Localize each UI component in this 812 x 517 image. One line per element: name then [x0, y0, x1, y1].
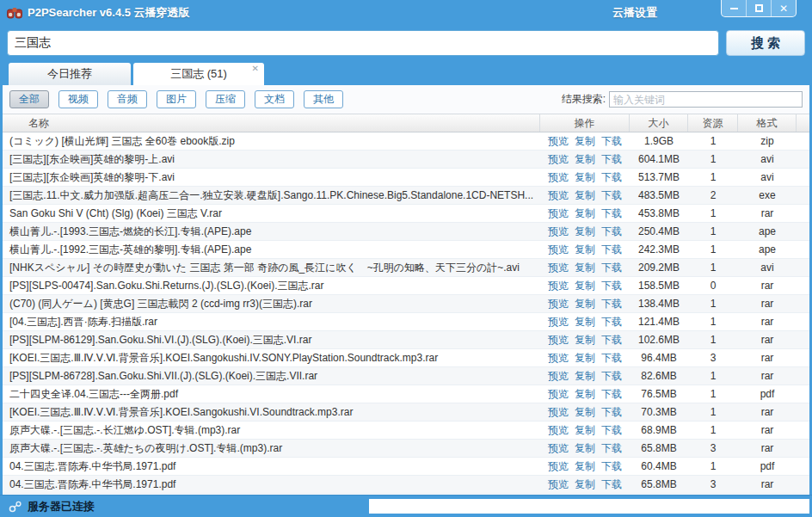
table-row[interactable]: (コミック) [横山光輝] 三国志 全60巻 ebook版.zip预览复制下载1…	[3, 132, 809, 151]
download-link[interactable]: 下载	[601, 152, 622, 167]
preview-link[interactable]: 预览	[548, 333, 569, 348]
preview-link[interactable]: 预览	[548, 441, 569, 456]
tab-close-icon[interactable]: ✕	[252, 65, 259, 73]
table-row[interactable]: 横山菁儿.-.[1992.三国志-英雄的黎明].专辑.(APE).ape预览复制…	[3, 241, 809, 259]
copy-link[interactable]: 复制	[575, 369, 595, 384]
maximize-button[interactable]	[746, 0, 771, 16]
download-link[interactable]: 下载	[601, 225, 622, 239]
preview-link[interactable]: 预览	[548, 477, 569, 492]
table-row[interactable]: 二十四史全译.04.三国志---全两册.pdf预览复制下载76.5MB1pdf	[3, 385, 809, 403]
download-link[interactable]: 下载	[601, 351, 622, 366]
download-link[interactable]: 下载	[601, 423, 622, 438]
filter-button-0[interactable]: 全部	[9, 90, 49, 108]
preview-link[interactable]: 预览	[548, 225, 569, 239]
download-link[interactable]: 下载	[601, 261, 622, 275]
download-link[interactable]: 下载	[601, 188, 622, 203]
copy-link[interactable]: 复制	[575, 188, 595, 203]
download-link[interactable]: 下载	[601, 441, 622, 456]
minimize-button[interactable]	[722, 0, 746, 16]
close-button[interactable]: ✕	[771, 0, 796, 16]
filter-button-6[interactable]: 其他	[304, 90, 343, 108]
preview-link[interactable]: 预览	[548, 387, 569, 402]
download-link[interactable]: 下载	[601, 279, 622, 293]
preview-link[interactable]: 预览	[548, 351, 569, 366]
copy-link[interactable]: 复制	[575, 279, 595, 293]
download-link[interactable]: 下载	[601, 369, 622, 384]
copy-link[interactable]: 复制	[575, 351, 595, 366]
table-row[interactable]: [三国志.11.中文.威力加强版.超高压二合一.独立安装.硬盘版].Sango.…	[3, 187, 809, 205]
cloud-settings-button[interactable]: 云播设置	[612, 5, 657, 21]
table-row[interactable]: [PS][SLPM-86728].San.Goku.Shi.VII.(J).(S…	[3, 367, 809, 385]
download-link[interactable]: 下载	[601, 315, 622, 329]
copy-link[interactable]: 复制	[575, 315, 595, 329]
preview-link[interactable]: 预览	[548, 188, 569, 203]
column-header-operation[interactable]: 操作	[540, 114, 630, 132]
preview-link[interactable]: 预览	[548, 206, 569, 221]
preview-link[interactable]: 预览	[548, 261, 569, 275]
download-link[interactable]: 下载	[601, 387, 622, 402]
copy-link[interactable]: 复制	[575, 297, 595, 311]
table-row[interactable]: 04.三国志.晋陈寿.中华书局.1971.pdf预览复制下载65.8MB3rar	[3, 476, 809, 494]
table-row[interactable]: [PS][SLPM-86129].San.Goku.Shi.VI.(J).(SL…	[3, 331, 809, 349]
copy-link[interactable]: 复制	[575, 170, 595, 185]
copy-link[interactable]: 复制	[575, 423, 595, 438]
table-row[interactable]: [04.三国志].西晋·陈寿.扫描版.rar预览复制下载121.4MB1rar	[3, 313, 809, 331]
tab-1[interactable]: 三国志 (51)✕	[133, 63, 264, 85]
preview-link[interactable]: 预览	[548, 369, 569, 384]
table-row[interactable]: [三国志][东企映画]英雄的黎明-下.avi预览复制下载513.7MB1avi	[3, 169, 809, 187]
table-row[interactable]: San Goku Shi V (Cht) (Slg) (Koei) 三国志 V.…	[3, 205, 809, 223]
tab-0[interactable]: 今日推荐	[9, 63, 131, 85]
download-link[interactable]: 下载	[601, 134, 622, 149]
download-link[interactable]: 下载	[601, 477, 622, 492]
copy-link[interactable]: 复制	[575, 459, 595, 474]
table-row[interactable]: (C70) (同人ゲーム) [黄忠G] 三国志載閃 2 (ccd-img rr3…	[3, 295, 809, 313]
copy-link[interactable]: 复制	[575, 134, 595, 149]
preview-link[interactable]: 预览	[548, 315, 569, 329]
table-row[interactable]: [KOEI.三国志.Ⅲ.Ⅳ.Ⅴ.Ⅵ.背景音乐].KOEI.Sangokushi.…	[3, 349, 809, 367]
download-link[interactable]: 下载	[601, 405, 622, 420]
table-row[interactable]: [PS][SLPS-00474].San.Goku.Shi.Returns.(J…	[3, 277, 809, 295]
table-row[interactable]: [KOEI.三国志.Ⅲ.Ⅳ.Ⅴ.Ⅵ.背景音乐].KOEI.Sangokushi.…	[3, 403, 809, 422]
copy-link[interactable]: 复制	[575, 333, 595, 348]
download-link[interactable]: 下载	[601, 297, 622, 311]
preview-link[interactable]: 预览	[548, 152, 569, 167]
copy-link[interactable]: 复制	[575, 477, 595, 492]
preview-link[interactable]: 预览	[548, 459, 569, 474]
column-header-resource[interactable]: 资源	[688, 114, 738, 132]
preview-link[interactable]: 预览	[548, 423, 569, 438]
copy-link[interactable]: 复制	[575, 225, 595, 239]
download-link[interactable]: 下载	[601, 243, 622, 257]
copy-link[interactable]: 复制	[575, 405, 595, 420]
table-row[interactable]: [三国志][东企映画]英雄的黎明-上.avi预览复制下载604.1MB1avi	[3, 151, 809, 169]
search-button[interactable]: 搜 索	[726, 30, 805, 56]
result-search-input[interactable]	[609, 91, 803, 108]
table-row[interactable]: 04.三国志.晋陈寿.中华书局.1971.pdf预览复制下载60.4MB1pdf	[3, 458, 809, 476]
copy-link[interactable]: 复制	[575, 206, 595, 221]
download-link[interactable]: 下载	[601, 333, 622, 348]
table-row[interactable]: 横山菁儿.-.[1993.三国志-燃烧的长江].专辑.(APE).ape预览复制…	[3, 223, 809, 241]
preview-link[interactable]: 预览	[548, 297, 569, 311]
filter-button-4[interactable]: 压缩	[206, 90, 245, 108]
preview-link[interactable]: 预览	[548, 279, 569, 293]
copy-link[interactable]: 复制	[575, 261, 595, 275]
download-link[interactable]: 下载	[601, 459, 622, 474]
copy-link[interactable]: 复制	[575, 152, 595, 167]
preview-link[interactable]: 预览	[548, 405, 569, 420]
column-header-size[interactable]: 大小	[630, 114, 688, 132]
filter-button-3[interactable]: 图片	[157, 90, 196, 108]
download-link[interactable]: 下载	[601, 170, 622, 185]
column-header-name[interactable]: 名称	[3, 114, 540, 132]
copy-link[interactable]: 复制	[575, 441, 595, 456]
column-header-format[interactable]: 格式	[738, 114, 797, 132]
table-row[interactable]: 原声大碟.-.[三国志.-.长江燃ゆ.OST].专辑.(mp3).rar预览复制…	[3, 422, 809, 440]
table-row[interactable]: [NHKスペシャル] その時歴史が動いた 三国志 第一部 奇跡の風_長江に吹く …	[3, 259, 809, 277]
preview-link[interactable]: 预览	[548, 243, 569, 257]
search-input[interactable]	[7, 30, 719, 56]
table-row[interactable]: 原声大碟.-.[三国志.-.英雄たちの夜明け.OST].专辑.(mp3).rar…	[3, 440, 809, 458]
filter-button-2[interactable]: 音频	[108, 90, 147, 108]
filter-button-1[interactable]: 视频	[58, 90, 98, 108]
filter-button-5[interactable]: 文档	[255, 90, 294, 108]
preview-link[interactable]: 预览	[548, 170, 569, 185]
copy-link[interactable]: 复制	[575, 243, 595, 257]
download-link[interactable]: 下载	[601, 206, 622, 221]
